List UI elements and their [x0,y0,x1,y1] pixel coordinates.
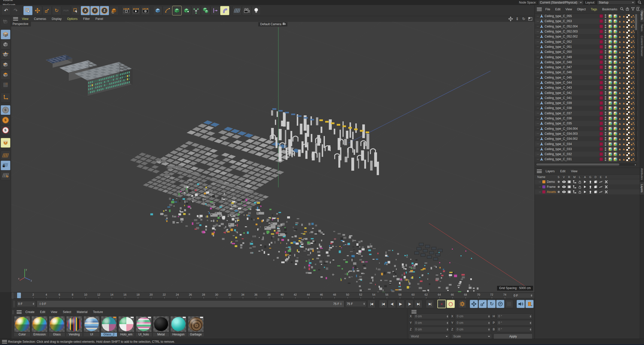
object-icon[interactable] [540,55,543,59]
selection-tag-icon[interactable]: ▲ [618,15,621,18]
polygon-mode-button[interactable] [1,70,10,80]
sound-button[interactable] [517,300,525,308]
record-keyframe-button[interactable]: ● [437,300,446,308]
layer-color-chip[interactable] [599,81,603,84]
uvw-tag-icon[interactable] [626,76,630,79]
material-item[interactable]: Glass_2 [101,316,117,336]
material-thumbnail[interactable] [170,316,186,332]
object-row[interactable]: Ceiling_type_C_034.002▲▲ [535,136,638,141]
position-z-field[interactable]: 0 cm [413,327,449,332]
layer-color-chip[interactable] [599,142,603,146]
timeline-ruler[interactable]: 0246810121416182022242628303234363840424… [11,292,535,299]
viewport-menu-display[interactable]: Display [49,16,64,22]
object-manager-menu-file[interactable]: File [543,7,553,12]
floor-button[interactable] [233,6,242,15]
prev-key-button[interactable]: |◀ [379,300,387,308]
tweak-mode-button[interactable] [1,80,10,90]
generator-button[interactable] [182,6,191,15]
object-row[interactable]: Ceiling_type_C_053▲▲ [535,19,638,24]
rect-selection-button[interactable] [71,6,80,15]
selection-tag-icon[interactable]: ▲ [618,117,621,120]
object-row[interactable]: Ceiling_type_C_038▲▲ [535,106,638,111]
texture-tag-icon[interactable] [613,81,617,85]
texture-tag-icon[interactable] [608,55,612,59]
texture-tag-icon[interactable] [613,40,617,44]
visibility-dots[interactable] [605,60,606,64]
selection-tag-icon[interactable]: ▲ [622,35,625,38]
spinner-arrows-icon[interactable] [488,328,490,331]
texture-tag-icon[interactable] [608,24,612,28]
selection-tag-icon[interactable]: ▲ [622,40,625,43]
axis-z-button[interactable]: Z [100,6,109,15]
visibility-dots[interactable] [605,40,606,44]
visibility-dots[interactable] [605,132,606,135]
object-label[interactable]: Ceiling_type_C_038 [545,106,572,110]
viewport-menu-view[interactable]: View [19,16,31,22]
material-thumbnail[interactable] [153,316,169,332]
phong-tag-icon[interactable] [631,132,635,135]
selection-tag-icon[interactable]: ▲ [618,137,621,141]
texture-tag-icon[interactable] [613,91,617,95]
layer-color-chip[interactable] [599,30,603,33]
object-row[interactable]: Ceiling_type_C_044▲▲ [535,80,638,85]
object-manager-menu-tags[interactable]: Tags [588,7,600,12]
phong-tag-icon[interactable] [631,101,635,105]
texture-tag-icon[interactable] [613,65,617,70]
visibility-dots[interactable] [605,35,606,38]
phong-tag-icon[interactable] [631,137,635,141]
object-icon[interactable] [540,81,543,84]
texture-tag-icon[interactable] [608,70,612,75]
texture-tag-icon[interactable] [608,142,612,146]
uvw-tag-icon[interactable] [626,30,630,33]
object-icon[interactable] [540,117,543,120]
mode-dropdown[interactable]: Scale [451,334,492,339]
layer-color-chip[interactable] [599,106,603,110]
key-scale-button[interactable] [479,300,487,308]
selection-tag-icon[interactable]: ▲ [622,30,625,33]
rotate-workplane-button[interactable]: ↻ [1,171,10,180]
visibility-dots[interactable] [605,25,606,28]
cloner-button[interactable] [192,6,201,15]
layer-e-toggle[interactable] [598,190,603,193]
material-label[interactable]: Color [14,333,30,336]
selection-tag-icon[interactable]: ▲ [622,142,625,146]
phong-tag-icon[interactable] [631,96,635,100]
object-row[interactable]: Ceiling_type_C_052.003▲▲ [535,29,638,34]
texture-tag-icon[interactable] [608,29,612,34]
texture-tag-icon[interactable] [608,126,612,131]
uvw-tag-icon[interactable] [626,147,630,151]
layer-color-chip[interactable] [599,14,603,18]
phong-tag-icon[interactable] [631,19,635,23]
rotation-h-field[interactable]: 0 ° [497,314,533,319]
layer-color-chip[interactable] [599,50,603,54]
object-label[interactable]: Ceiling_type_C_048 [545,60,572,64]
object-icon[interactable] [540,106,543,110]
texture-tag-icon[interactable] [613,24,617,28]
object-row[interactable]: Ceiling_type_C_035▲▲ [535,121,638,126]
uvw-tag-icon[interactable] [626,14,630,18]
selection-tag-icon[interactable]: ▲ [622,132,625,135]
spinner-arrows-icon[interactable] [447,328,448,331]
projection-label[interactable]: Perspective [11,22,31,26]
size-x-field[interactable]: 0 cm [455,314,491,319]
phong-tag-icon[interactable] [631,35,635,39]
redo-button[interactable]: ↷ [11,6,20,15]
visibility-dots[interactable] [605,19,606,23]
object-label[interactable]: Ceiling_type_C_034.002 [545,137,578,141]
object-manager-menu-view[interactable]: View [563,7,575,12]
selection-tag-icon[interactable]: ▲ [622,117,625,120]
space-dropdown[interactable]: World [409,334,450,339]
uvw-tag-icon[interactable] [626,40,630,44]
phong-tag-icon[interactable] [631,40,635,44]
selection-tag-icon[interactable]: ▲ [618,122,621,125]
layer-color-chip[interactable] [599,137,603,141]
visibility-dots[interactable] [605,81,606,84]
layer-m-toggle[interactable] [572,180,577,183]
texture-tag-icon[interactable] [608,45,612,49]
object-label[interactable]: Ceiling_type_C_052 [545,40,572,44]
visibility-dots[interactable] [605,106,606,110]
rotate-view-icon[interactable]: ↻ [521,17,526,21]
texture-tag-icon[interactable] [608,86,612,90]
phong-tag-icon[interactable] [631,142,635,146]
object-row[interactable]: Ceiling_type_C_041▲▲ [535,95,638,100]
